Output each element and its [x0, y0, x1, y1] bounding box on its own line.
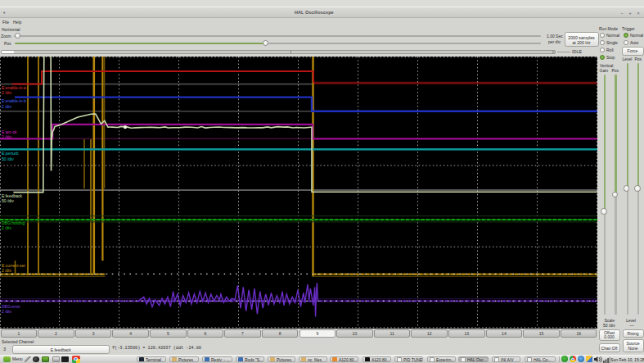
svg-text:50 /div: 50 /div — [2, 157, 14, 161]
svg-text:2 /div: 2 /div — [2, 90, 11, 95]
svg-text:E:enable-in-b: E:enable-in-b — [2, 98, 26, 103]
svg-text:E:enable-in-a: E:enable-in-a — [2, 85, 26, 90]
svg-text:DBG:error: DBG:error — [2, 304, 20, 309]
svg-text:E:perturb: E:perturb — [2, 151, 19, 156]
svg-text:2 /div: 2 /div — [2, 225, 11, 230]
svg-text:E:arc-ok: E:arc-ok — [2, 129, 17, 134]
svg-text:2 /div: 2 /div — [2, 268, 11, 273]
svg-text:E:feedback: E:feedback — [2, 193, 23, 198]
svg-text:50 /div: 50 /div — [2, 198, 14, 203]
svg-text:2 /div: 2 /div — [2, 309, 11, 314]
svg-text:2 /div: 2 /div — [2, 104, 11, 109]
svg-text:2 /div: 2 /div — [2, 134, 11, 139]
svg-text:DBG:holding: DBG:holding — [2, 220, 25, 225]
svg-text:E:current-set: E:current-set — [2, 263, 25, 268]
